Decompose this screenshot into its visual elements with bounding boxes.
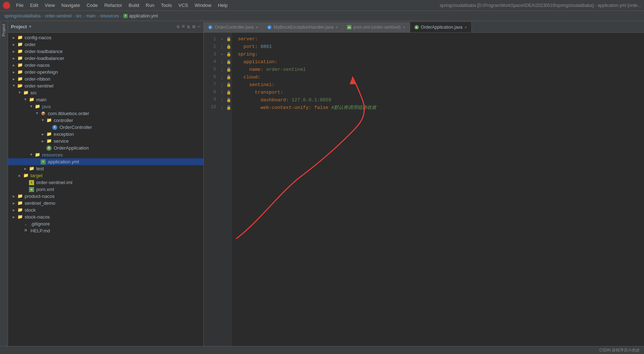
collapse-icon[interactable]: ≡ <box>182 24 185 30</box>
code-val-port: 8861 <box>260 43 272 51</box>
editor-wrapper: C OrderController.java × C MyBlockExcept… <box>204 21 644 346</box>
panel-title: Project <box>11 24 27 29</box>
tab-my-block-exception[interactable]: C MyBlockExceptionHandler.java × <box>263 22 343 32</box>
tree-label-src: src <box>30 90 37 95</box>
minimize-icon[interactable]: — <box>198 24 201 30</box>
tree-item-pom[interactable]: m pom.xml <box>8 186 203 193</box>
tab-close-order-controller[interactable]: × <box>256 25 258 29</box>
tree-label-order-loadbalance: order-loadbalance <box>25 49 63 54</box>
menu-refactor[interactable]: Refactor <box>102 2 125 9</box>
tab-order-application[interactable]: A OrderApplication.java × <box>410 22 472 32</box>
expand-icon[interactable]: ⇅ <box>187 24 190 30</box>
code-line-1: server: <box>238 36 638 43</box>
tree-item-resources[interactable]: ▼ 📁 resources <box>8 151 203 158</box>
tree-label-exception: exception <box>54 131 74 137</box>
code-val-web-context: false <box>314 104 329 112</box>
tree-item-order-openfeign[interactable]: ▶ 📁 order-openfeign <box>8 69 203 76</box>
tab-icon-order-application: A <box>414 25 419 29</box>
tree-item-order-ribbon[interactable]: ▶ 📁 order-ribbon <box>8 76 203 82</box>
tree-item-help-md[interactable]: M HELP.md <box>8 227 203 234</box>
tree-item-controller[interactable]: ▼ 📁 controller <box>8 117 203 124</box>
code-area[interactable]: server: port: 8861 spring: application: … <box>232 33 644 346</box>
tree-item-service[interactable]: ▶ 📁 service <box>8 138 203 145</box>
code-line-7: sentinel: <box>238 81 638 89</box>
breadcrumb-src[interactable]: src <box>76 13 82 19</box>
tree-item-gitignore[interactable]: _ .gitignore <box>8 220 203 227</box>
menu-view[interactable]: View <box>42 2 58 9</box>
tab-pom-sentinel[interactable]: m pom.xml (order-sentinel) × <box>343 22 410 32</box>
tree-item-order-sentinel[interactable]: ▼ 📂 order-sentinel <box>8 82 203 89</box>
tab-bar: C OrderController.java × C MyBlockExcept… <box>204 21 644 33</box>
tab-order-controller[interactable]: C OrderController.java × <box>204 22 263 32</box>
folder-icon-service: 📁 <box>46 139 52 144</box>
breadcrumb-main[interactable]: main <box>86 13 95 19</box>
tree-label-help-md: HELP.md <box>30 228 50 233</box>
code-line-2: port: 8861 <box>238 43 638 51</box>
tree-item-test[interactable]: ▶ 📁 test <box>8 165 203 172</box>
tree-label-order-ribbon: order-ribbon <box>25 76 50 82</box>
tree-item-exception[interactable]: ▶ 📁 exception <box>8 131 203 138</box>
tree-item-main[interactable]: ▼ 📁 main <box>8 96 203 103</box>
settings-icon[interactable]: ⚙ <box>192 24 195 30</box>
menu-build[interactable]: Build <box>126 2 142 9</box>
pom-icon: m <box>28 187 35 192</box>
code-val-dashboard: 127.0.0.1:8858 <box>292 97 331 104</box>
tab-close-order-application[interactable]: × <box>465 25 467 29</box>
menu-file[interactable]: File <box>13 2 26 9</box>
file-tree: ▶ 📁 config-nacos ▶ 📁 order ▶ 📁 order-loa… <box>8 33 203 346</box>
tree-item-order-loadbalance[interactable]: ▶ 📁 order-loadbalance <box>8 48 203 55</box>
tree-item-java[interactable]: ▼ 📁 java <box>8 103 203 110</box>
folder-icon-src: 📁 <box>22 90 29 95</box>
tab-icon-my-block-exception: C <box>267 25 272 29</box>
tree-label-target: target <box>30 173 42 178</box>
tree-label-resources: resources <box>42 152 63 158</box>
tree-item-order-nacos[interactable]: ▶ 📁 order-nacos <box>8 62 203 69</box>
code-key-dashboard: dashboard: <box>238 97 292 104</box>
breadcrumb-root[interactable]: springcloudalibaba <box>4 13 41 19</box>
breadcrumb-module[interactable]: order-sentinel <box>45 13 71 19</box>
folder-icon-test: 📁 <box>28 166 35 171</box>
menu-vcs[interactable]: VCS <box>176 2 191 9</box>
menu-navigate[interactable]: Navigate <box>58 2 83 9</box>
tree-item-sentinel-demo[interactable]: ▶ 📁 sentinel_demo <box>8 200 203 207</box>
tree-item-application-yml[interactable]: Y application.yml <box>8 158 203 165</box>
status-watermark: CSDN @程序员小杰@ <box>599 347 640 353</box>
tree-label-iml: order-sentinel.iml <box>36 180 73 185</box>
code-key-spring: spring: <box>238 51 258 58</box>
folder-icon-order-loadbalancer: 📁 <box>17 56 23 61</box>
breadcrumb-resources[interactable]: resources <box>100 13 119 19</box>
tree-item-iml[interactable]: I order-sentinel.iml <box>8 179 203 186</box>
tree-item-stock-nacos[interactable]: ▶ 📁 stock-nacos <box>8 213 203 220</box>
project-tab-label[interactable]: Project <box>0 21 8 39</box>
tree-label-order-openfeign: order-openfeign <box>25 69 58 75</box>
tree-item-target[interactable]: ▶ 📁 target <box>8 172 203 179</box>
menu-window[interactable]: Window <box>192 2 214 9</box>
tree-label-service: service <box>54 138 69 144</box>
menu-edit[interactable]: Edit <box>27 2 41 9</box>
code-key-web-context: web-context-unify: <box>238 104 314 112</box>
folder-icon-order-sentinel: 📂 <box>17 84 23 89</box>
code-line-9: dashboard: 127.0.0.1:8858 <box>238 97 638 104</box>
locate-icon[interactable]: ⊙ <box>177 24 179 30</box>
menu-code[interactable]: Code <box>84 2 101 9</box>
tree-item-product-nacos[interactable]: ▶ 📁 product-nacos <box>8 193 203 200</box>
menu-tools[interactable]: Tools <box>158 2 175 9</box>
tree-item-order-controller-class[interactable]: C OrderController <box>8 124 203 131</box>
tab-icon-pom-sentinel: m <box>347 25 351 29</box>
tree-label-product-nacos: product-nacos <box>25 194 54 199</box>
folder-icon-controller: 📁 <box>46 118 52 123</box>
tab-close-pom-sentinel[interactable]: × <box>403 25 405 29</box>
tree-item-order[interactable]: ▶ 📁 order <box>8 41 203 48</box>
tree-item-src[interactable]: ▼ 📁 src <box>8 89 203 96</box>
panel-dropdown-arrow[interactable]: ▼ <box>29 25 32 29</box>
file-icon-gitignore: _ <box>22 221 29 227</box>
menu-help[interactable]: Help <box>215 2 231 9</box>
tree-item-package[interactable]: ▼ 📦 com.itbluebox.order <box>8 110 203 117</box>
tree-item-order-loadbalancer[interactable]: ▶ 📁 order-loadbalancer <box>8 55 203 62</box>
tab-close-my-block-exception[interactable]: × <box>336 25 338 29</box>
tree-item-stock[interactable]: ▶ 📁 stock <box>8 207 203 213</box>
folder-icon-order-loadbalance: 📁 <box>17 49 23 54</box>
tree-item-order-application[interactable]: A OrderApplication <box>8 145 203 151</box>
menu-run[interactable]: Run <box>143 2 157 9</box>
tree-item-config-nacos[interactable]: ▶ 📁 config-nacos <box>8 34 203 41</box>
